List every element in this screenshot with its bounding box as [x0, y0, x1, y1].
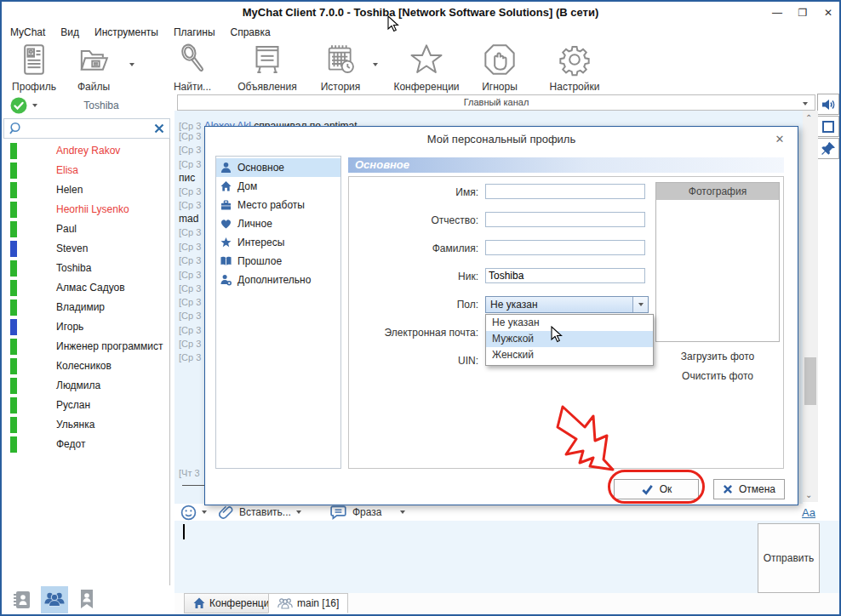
- contact-row[interactable]: Steven: [3, 239, 169, 259]
- contact-row[interactable]: Инженер программист: [3, 337, 169, 356]
- contact-row[interactable]: Andrey Rakov: [3, 141, 169, 161]
- contact-row[interactable]: Toshiba: [3, 259, 169, 278]
- dialog-close-icon[interactable]: ✕: [772, 132, 787, 147]
- pin-button[interactable]: [817, 138, 839, 159]
- gender-option-highlighted[interactable]: Мужской: [486, 331, 653, 347]
- contact-name: Paul: [56, 220, 77, 239]
- status-online-icon[interactable]: [10, 97, 27, 114]
- scroll-up-icon[interactable]: ⌃: [805, 113, 812, 123]
- contact-row[interactable]: Heorhii Lysenko: [3, 200, 169, 220]
- history-dropdown-caret[interactable]: [373, 63, 378, 66]
- menu-item-plugins[interactable]: Плагины: [174, 26, 215, 38]
- files-dropdown-caret[interactable]: [129, 63, 134, 66]
- insert-button[interactable]: Вставить...: [239, 506, 291, 518]
- contact-row[interactable]: Алмас Садуов: [3, 278, 169, 298]
- channel-dropdown-caret: [803, 102, 808, 106]
- toolbar-button-profile[interactable]: Профиль: [9, 43, 60, 92]
- chat-log-fragment: [Ср 3: [179, 227, 201, 237]
- send-button[interactable]: Отправить: [758, 523, 820, 593]
- contacts-group-icon[interactable]: [41, 586, 68, 613]
- scroll-down-icon[interactable]: ⌄: [805, 490, 812, 499]
- clear-search-icon[interactable]: [154, 123, 164, 134]
- contact-name: Ульянка: [56, 415, 94, 435]
- phrase-dropdown-caret[interactable]: [400, 510, 405, 514]
- insert-dropdown-caret[interactable]: [296, 510, 301, 514]
- toolbar-button-history[interactable]: История: [315, 43, 366, 92]
- nav-item-additional[interactable]: Дополнительно: [216, 271, 340, 289]
- gender-dropdown-button[interactable]: [632, 297, 648, 312]
- pushpin-icon: [821, 141, 836, 157]
- surname-field[interactable]: [485, 240, 645, 255]
- contact-row[interactable]: Paul: [3, 220, 169, 239]
- middlename-field[interactable]: [485, 212, 645, 227]
- menu-item-view[interactable]: Вид: [60, 26, 79, 38]
- message-time: [Ср 3: [179, 121, 201, 131]
- gear-icon: [558, 43, 592, 77]
- gender-option[interactable]: Женский: [486, 347, 653, 363]
- nav-item-general[interactable]: Основное: [216, 158, 340, 177]
- toolbar-button-announcements[interactable]: Объявления: [233, 43, 301, 92]
- message-input[interactable]: Отправить: [174, 521, 839, 593]
- section-header: Основное: [348, 157, 784, 173]
- nav-item-interests[interactable]: Интересы: [216, 233, 340, 252]
- window-mode-button[interactable]: [817, 116, 839, 137]
- sidebar-mode-icons: [3, 585, 175, 614]
- gender-option[interactable]: Не указан: [486, 315, 653, 331]
- phrase-bubble-icon: [330, 505, 347, 520]
- nav-item-past[interactable]: Прошлое: [216, 252, 340, 271]
- minimize-button[interactable]: —: [768, 5, 787, 20]
- contact-name: Steven: [56, 239, 88, 259]
- contact-row[interactable]: Elisa: [3, 161, 169, 180]
- nick-field[interactable]: [485, 268, 645, 283]
- nav-item-work[interactable]: Место работы: [216, 196, 340, 214]
- contact-search-box[interactable]: [3, 118, 170, 139]
- menu-item-mychat[interactable]: MyChat: [10, 26, 45, 38]
- smiley-dropdown-caret[interactable]: [202, 510, 207, 514]
- scrollbar-thumb[interactable]: [804, 357, 816, 405]
- conversation-tabs: Конференции main [16]: [174, 593, 839, 614]
- nav-label: Интересы: [237, 237, 284, 248]
- tab-main-channel[interactable]: main [16]: [268, 593, 348, 613]
- gender-combobox[interactable]: Не указан: [485, 296, 649, 313]
- close-button[interactable]: ✕: [819, 5, 838, 20]
- address-book-icon[interactable]: [9, 586, 36, 613]
- phrase-button[interactable]: Фраза: [352, 506, 382, 518]
- nav-item-home[interactable]: Дом: [216, 177, 340, 196]
- clear-photo-link[interactable]: Очистить фото: [655, 370, 780, 382]
- nav-item-personal[interactable]: Личное: [216, 214, 340, 233]
- contact-name: Алмас Садуов: [56, 278, 125, 298]
- smiley-icon[interactable]: [180, 505, 197, 521]
- heart-icon: [220, 218, 232, 230]
- middlename-label: Отчество:: [349, 214, 478, 226]
- contact-list: Andrey Rakov Elisa Helen Heorhii Lysenko…: [3, 139, 170, 585]
- contact-row[interactable]: Людмила: [3, 376, 169, 396]
- contact-row[interactable]: Владимир: [3, 298, 169, 317]
- contact-row[interactable]: Руслан: [3, 396, 169, 415]
- badge-user-icon[interactable]: [73, 586, 100, 613]
- font-button[interactable]: Aa: [802, 506, 815, 519]
- chat-log-fragment: [Чт 3: [179, 468, 200, 478]
- contact-row[interactable]: Ульянка: [3, 415, 169, 435]
- maximize-button[interactable]: ❐: [793, 5, 812, 20]
- current-user-name: Toshiba: [29, 94, 174, 117]
- toolbar-button-settings[interactable]: Настройки: [543, 43, 606, 92]
- cancel-button[interactable]: Отмена: [713, 479, 785, 499]
- toolbar-button-files[interactable]: Файлы: [66, 43, 121, 92]
- toolbar-label: Объявления: [233, 81, 301, 93]
- contact-row[interactable]: Helen: [3, 180, 169, 200]
- contact-row[interactable]: Игорь: [3, 317, 169, 337]
- toolbar-button-ignores[interactable]: Игноры: [473, 43, 526, 92]
- load-photo-link[interactable]: Загрузить фото: [655, 351, 780, 362]
- sound-toggle-button[interactable]: [817, 94, 839, 115]
- menu-item-help[interactable]: Справка: [231, 26, 271, 38]
- channel-selector[interactable]: Главный канал: [177, 94, 815, 111]
- contact-row[interactable]: Федот: [3, 435, 169, 454]
- nav-label: Дополнительно: [237, 274, 311, 286]
- name-field[interactable]: [485, 184, 645, 199]
- chat-scrollbar[interactable]: ⌃ ⌄: [803, 111, 818, 502]
- contact-row[interactable]: Колесников: [3, 356, 169, 376]
- toolbar-button-conferences[interactable]: Конференции: [390, 43, 463, 92]
- menu-item-tools[interactable]: Инструменты: [94, 26, 158, 38]
- x-icon: [723, 484, 733, 494]
- toolbar-button-find[interactable]: Найти...: [165, 43, 220, 92]
